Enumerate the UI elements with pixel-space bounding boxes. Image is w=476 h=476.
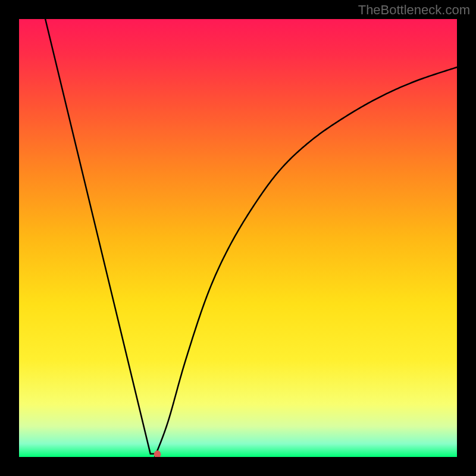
- chart-svg: [0, 0, 476, 476]
- frame-left: [0, 0, 19, 476]
- watermark-text: TheBottleneck.com: [358, 2, 470, 18]
- frame-bottom: [0, 457, 476, 476]
- frame-right: [457, 0, 476, 476]
- chart-container: TheBottleneck.com: [0, 0, 476, 476]
- plot-background: [19, 19, 457, 457]
